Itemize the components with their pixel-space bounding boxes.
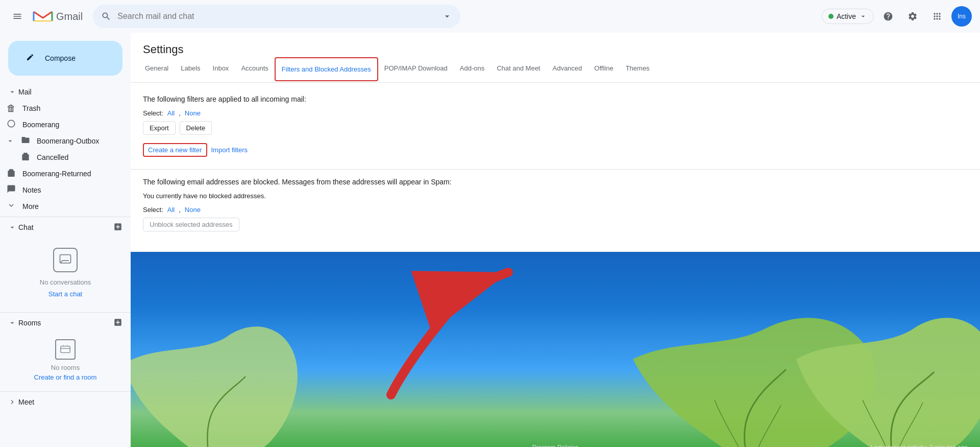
gmail-logo: Gmail: [33, 9, 83, 24]
rooms-empty-state: No rooms Create or find a room: [0, 331, 131, 389]
select-comma: ,: [179, 109, 181, 117]
no-rooms-text: No rooms: [51, 364, 80, 371]
avatar-initials: Ins: [958, 13, 966, 20]
chat-section[interactable]: Chat: [0, 219, 131, 236]
chat-collapse-icon: [8, 223, 16, 231]
sidebar-item-notes[interactable]: Notes: [0, 182, 122, 198]
sidebar-item-more[interactable]: More: [0, 198, 122, 215]
layout: Compose Mail 🗑 Trash Boomerang Boomerang…: [0, 33, 980, 447]
compose-button[interactable]: Compose: [8, 41, 122, 76]
notes-label: Notes: [22, 186, 41, 194]
rooms-add-button[interactable]: [113, 318, 122, 328]
more-icon: [6, 201, 16, 213]
sidebar-divider-1: [0, 217, 131, 217]
blocked-section-title: The following email addresses are blocke…: [143, 178, 968, 186]
tab-general[interactable]: General: [139, 56, 175, 82]
blocked-select-row: Select: All , None: [143, 206, 968, 214]
active-status[interactable]: Active: [822, 9, 874, 24]
settings-divider: [131, 169, 980, 170]
boomerang-label: Boomerang: [22, 121, 59, 129]
import-filters-link[interactable]: Import filters: [211, 146, 248, 154]
search-icon: [101, 11, 111, 21]
filter-actions-row: Create a new filter Import filters: [143, 143, 968, 157]
tab-inbox[interactable]: Inbox: [207, 56, 235, 82]
compose-label: Compose: [45, 54, 76, 62]
more-label: More: [22, 202, 39, 210]
active-dot: [828, 14, 834, 19]
footer: Using 9.82 GB Program Policies Powered b…: [131, 436, 980, 447]
select-none-link[interactable]: None: [185, 109, 201, 117]
chat-empty-icon: [53, 248, 78, 272]
blocked-comma: ,: [179, 206, 181, 214]
mail-expand-icon: [8, 88, 16, 96]
tab-accounts[interactable]: Accounts: [235, 56, 274, 82]
search-bar[interactable]: [93, 5, 460, 28]
create-filter-link[interactable]: Create a new filter: [143, 143, 207, 157]
notes-icon: [6, 184, 16, 196]
sidebar-item-boomerang[interactable]: Boomerang: [0, 116, 122, 133]
tab-pop[interactable]: POP/IMAP Download: [378, 56, 454, 82]
mail-section[interactable]: Mail: [0, 84, 131, 100]
tab-filters[interactable]: Filters and Blocked Addresses: [275, 57, 378, 81]
apps-button[interactable]: [927, 6, 947, 27]
account-avatar[interactable]: Ins: [951, 6, 972, 27]
chat-section-label: Chat: [18, 223, 34, 231]
active-label: Active: [837, 12, 856, 20]
search-dropdown-icon[interactable]: [442, 11, 452, 21]
cancelled-label: Cancelled: [37, 153, 68, 161]
settings-panel: Settings General Labels Inbox Accounts F…: [131, 33, 980, 252]
sidebar-divider-2: [0, 312, 131, 313]
tab-advanced[interactable]: Advanced: [546, 56, 588, 82]
tab-labels[interactable]: Labels: [175, 56, 206, 82]
main-content: Settings General Labels Inbox Accounts F…: [131, 33, 980, 447]
settings-button[interactable]: [902, 6, 923, 27]
sidebar-item-boomerang-outbox[interactable]: Boomerang-Outbox: [0, 133, 122, 149]
delete-button[interactable]: Delete: [180, 121, 212, 135]
unblock-button[interactable]: Unblock selected addresses: [143, 218, 239, 231]
outbox-folder-icon: [20, 135, 31, 147]
create-room-text[interactable]: Create or find a room: [34, 373, 97, 381]
svg-point-1: [8, 120, 15, 127]
compose-icon: [20, 49, 39, 67]
svg-rect-3: [61, 346, 70, 353]
footer-policies: Program Policies: [528, 444, 582, 447]
tab-addons[interactable]: Add-ons: [454, 56, 491, 82]
no-conversations-text: No conversations: [40, 278, 91, 286]
blocked-select-label: Select:: [143, 206, 163, 214]
help-button[interactable]: [878, 6, 898, 27]
meet-section[interactable]: Meet: [0, 394, 131, 410]
tab-offline[interactable]: Offline: [588, 56, 619, 82]
start-chat-text[interactable]: Start a chat: [48, 290, 82, 298]
boomerang-icon: [6, 119, 16, 131]
settings-tabs: General Labels Inbox Accounts Filters an…: [131, 56, 980, 83]
blocked-section: The following email addresses are blocke…: [143, 178, 968, 231]
select-all-link[interactable]: All: [167, 109, 175, 117]
topbar-right: Active Ins: [822, 6, 972, 27]
sidebar-item-trash[interactable]: 🗑 Trash: [0, 100, 122, 116]
rooms-section[interactable]: Rooms: [0, 315, 131, 331]
filter-buttons-row: Export Delete: [143, 121, 968, 135]
background-area: Using 9.82 GB Program Policies Powered b…: [131, 252, 980, 447]
sidebar-item-cancelled[interactable]: Cancelled: [0, 149, 122, 166]
settings-title: Settings: [131, 33, 980, 56]
tab-chat[interactable]: Chat and Meet: [491, 56, 546, 82]
tab-themes[interactable]: Themes: [620, 56, 656, 82]
program-policies-link[interactable]: Program Policies: [532, 444, 579, 447]
blocked-select-none-link[interactable]: None: [185, 206, 201, 214]
sidebar: Compose Mail 🗑 Trash Boomerang Boomerang…: [0, 33, 131, 447]
menu-button[interactable]: [8, 7, 27, 26]
select-label: Select:: [143, 109, 163, 117]
chat-add-button[interactable]: [113, 222, 122, 233]
sidebar-item-boomerang-returned[interactable]: Boomerang-Returned: [0, 166, 122, 182]
blocked-btn-row: Unblock selected addresses: [143, 218, 968, 231]
search-input[interactable]: [117, 12, 436, 21]
rooms-section-label: Rooms: [18, 319, 41, 327]
blocked-select-all-link[interactable]: All: [167, 206, 175, 214]
export-button[interactable]: Export: [143, 121, 176, 135]
outbox-expand-icon: [6, 137, 14, 145]
trash-label: Trash: [22, 104, 40, 112]
mail-section-label: Mail: [18, 88, 32, 96]
trash-icon: 🗑: [6, 103, 16, 114]
meet-section-label: Meet: [18, 398, 34, 406]
footer-center: Program Policies Powered by Google: [528, 444, 582, 447]
